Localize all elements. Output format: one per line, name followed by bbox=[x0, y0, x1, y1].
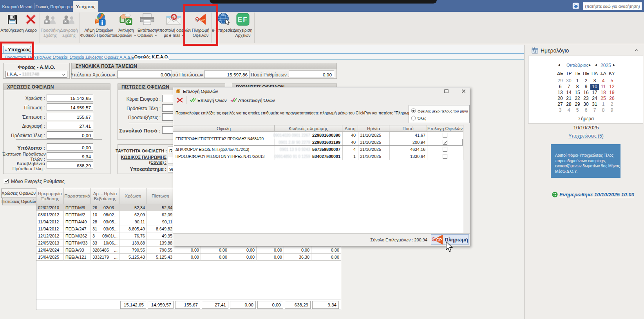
svg-text:@: @ bbox=[172, 14, 176, 19]
svg-text:E: E bbox=[238, 16, 242, 24]
svg-text:5: 5 bbox=[177, 89, 179, 93]
svg-text:CP: CP bbox=[436, 237, 442, 242]
svg-text:F: F bbox=[243, 16, 247, 24]
